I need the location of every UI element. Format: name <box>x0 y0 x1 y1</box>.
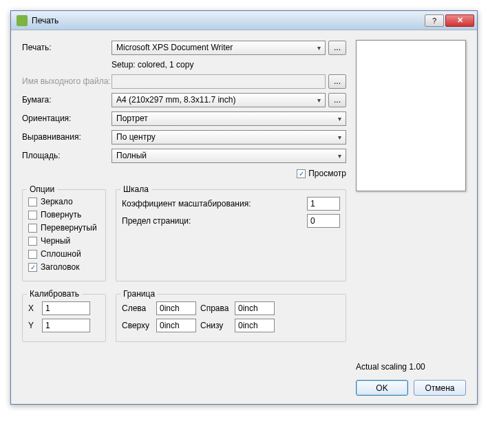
scale-group: Шкала Коэффициент масштабирования: Преде… <box>116 189 346 281</box>
preview-label: Просмотр <box>308 169 346 178</box>
border-title: Граница <box>120 289 158 299</box>
rotate-checkbox[interactable] <box>28 211 37 220</box>
border-bottom-input[interactable] <box>235 319 275 332</box>
black-checkbox[interactable] <box>28 237 37 246</box>
options-title: Опции <box>27 184 57 194</box>
border-left-label: Слева <box>122 303 152 313</box>
area-select[interactable]: Полный <box>112 149 346 163</box>
page-limit-label: Предел страници: <box>122 216 307 226</box>
mirror-checkbox[interactable] <box>28 198 37 206</box>
preview-pane <box>356 40 466 191</box>
scale-title: Шкала <box>120 184 151 194</box>
header-option[interactable]: ✓Заголовок <box>28 262 100 272</box>
window-title: Печать <box>32 16 425 25</box>
calib-x-label: X <box>28 303 38 313</box>
border-bottom-label: Снизу <box>200 321 231 330</box>
printer-label: Печать: <box>22 43 112 52</box>
print-dialog: Печать ? ✕ Печать: Microsoft XPS Documen… <box>10 10 478 405</box>
calibrate-group: Калибровать X Y <box>22 294 106 342</box>
paper-label: Бумага: <box>22 95 112 105</box>
header-checkbox[interactable]: ✓ <box>28 263 37 272</box>
orientation-select[interactable]: Портрет <box>112 111 346 126</box>
scale-factor-label: Коэффициент масштабирования: <box>122 199 307 209</box>
calibrate-title: Калибровать <box>27 289 82 299</box>
page-limit-input[interactable] <box>307 214 340 228</box>
rotate-option[interactable]: Повернуть <box>28 210 100 220</box>
scale-factor-input[interactable] <box>307 197 340 211</box>
outfile-browse-button[interactable]: ... <box>328 74 346 89</box>
black-option[interactable]: Черный <box>28 236 100 246</box>
options-group: Опции Зеркало Повернуть Перевернутый Чер… <box>22 189 106 281</box>
help-button[interactable]: ? <box>425 14 444 27</box>
alignment-label: Выравнивания: <box>22 132 112 142</box>
solid-option[interactable]: Сплошной <box>28 249 100 259</box>
border-left-input[interactable] <box>156 301 196 315</box>
mirror-option[interactable]: Зеркало <box>28 197 100 206</box>
border-right-label: Справа <box>200 303 231 313</box>
alignment-select[interactable]: По центру <box>112 130 346 145</box>
solid-checkbox[interactable] <box>28 250 37 259</box>
actual-scaling-text: Actual scaling 1.00 <box>356 362 466 372</box>
paper-browse-button[interactable]: ... <box>328 93 346 107</box>
inverted-option[interactable]: Перевернутый <box>28 223 100 233</box>
printer-select[interactable]: Microsoft XPS Document Writer <box>112 41 326 55</box>
outfile-label: Имя выходного файла: <box>22 76 112 86</box>
close-button[interactable]: ✕ <box>445 14 474 27</box>
border-group: Граница Слева Справа Сверху Снизу <box>116 294 346 342</box>
calib-y-label: Y <box>28 321 38 330</box>
border-right-input[interactable] <box>235 301 275 315</box>
cancel-button[interactable]: Отмена <box>414 380 466 396</box>
preview-checkbox[interactable]: ✓ <box>297 169 306 178</box>
border-top-label: Сверху <box>122 321 152 330</box>
printer-browse-button[interactable]: ... <box>328 41 346 55</box>
paper-select[interactable]: A4 (210x297 mm, 8.3x11.7 inch) <box>112 93 326 107</box>
app-icon <box>17 15 28 26</box>
inverted-checkbox[interactable] <box>28 224 37 233</box>
calib-y-input[interactable] <box>42 319 90 332</box>
calib-x-input[interactable] <box>42 301 90 315</box>
orientation-label: Ориентация: <box>22 114 112 123</box>
ok-button[interactable]: OK <box>356 380 408 396</box>
setup-text: Setup: colored, 1 copy <box>112 58 346 74</box>
border-top-input[interactable] <box>156 319 196 332</box>
titlebar[interactable]: Печать ? ✕ <box>11 11 477 30</box>
area-label: Площадь: <box>22 151 112 160</box>
outfile-input[interactable] <box>112 74 326 89</box>
